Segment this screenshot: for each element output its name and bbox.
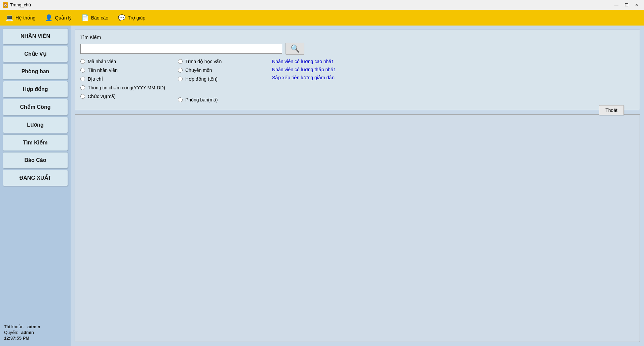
maximize-button[interactable]: ❐	[622, 1, 631, 9]
search-icon: 🔍	[291, 44, 300, 53]
sidebar-btn-nhan-vien[interactable]: NHÂN VIÊN	[3, 28, 68, 44]
radio-chuc-vu-ma[interactable]: Chức vụ(mã)	[80, 94, 178, 99]
tro-giup-icon: 💬	[118, 14, 126, 22]
menu-label-quan-ly: Quản lý	[55, 15, 71, 20]
spacer	[178, 85, 272, 94]
sidebar-btn-cham-cong[interactable]: Chấm Công	[3, 99, 68, 115]
close-button[interactable]: ✕	[632, 1, 641, 9]
search-button[interactable]: 🔍	[286, 43, 304, 55]
menu-item-bao-cao[interactable]: 📄 Báo cáo	[77, 12, 112, 24]
radio-trinh-do-hoc-van[interactable]: Trình độ học vấn	[178, 59, 272, 64]
minimize-button[interactable]: —	[612, 1, 621, 9]
bao-cao-icon: 📄	[81, 14, 89, 22]
link-luong-cao-nhat[interactable]: Nhân viên có lương cao nhất	[272, 59, 333, 64]
radio-dia-chi[interactable]: Địa chỉ	[80, 76, 178, 82]
he-thong-icon: 💻	[5, 14, 13, 22]
menu-bar: 💻 Hệ thống 👤 Quản lý 📄 Báo cáo 💬 Trợ giú…	[0, 10, 644, 26]
radio-col-2: Trình độ học vấn Chuyên môn Hợp đồng (tê…	[178, 59, 272, 102]
radio-ten-nhan-vien[interactable]: Tên nhân viên	[80, 68, 178, 73]
search-row: 🔍	[80, 43, 634, 55]
sidebar-btn-dang-xuat[interactable]: ĐĂNG XUẤT	[3, 170, 68, 186]
menu-item-quan-ly[interactable]: 👤 Quản lý	[41, 12, 75, 24]
time-value: 12:37:55 PM	[4, 336, 29, 341]
menu-item-tro-giup[interactable]: 💬 Trợ giúp	[114, 12, 149, 24]
sidebar-btn-phong-ban[interactable]: Phòng ban	[3, 63, 68, 80]
quyen-label: Quyền:	[4, 330, 18, 335]
sidebar-btn-hop-dong[interactable]: Hợp đồng	[3, 81, 68, 97]
sidebar-btn-bao-cao[interactable]: Báo Cáo	[3, 152, 68, 168]
quyen-value: admin	[21, 330, 34, 335]
sidebar-btn-chuc-vu[interactable]: Chức Vụ	[3, 46, 68, 62]
menu-label-tro-giup: Trợ giúp	[128, 15, 145, 20]
search-panel: Tìm Kiếm 🔍 Mã nhân viên Tên nhân viên	[75, 30, 640, 110]
search-input[interactable]	[80, 44, 282, 54]
sidebar-footer: Tài khoản: admin Quyền: admin 12:37:55 P…	[3, 322, 68, 343]
radio-phong-ban-ma[interactable]: Phòng ban(mã)	[178, 97, 272, 102]
menu-label-bao-cao: Báo cáo	[91, 15, 108, 20]
title-bar: 🏠 Trang_chủ — ❐ ✕	[0, 0, 644, 10]
radio-chuyen-mon[interactable]: Chuyên môn	[178, 68, 272, 73]
title-bar-left: 🏠 Trang_chủ	[3, 2, 31, 8]
radio-hop-dong-ten[interactable]: Hợp đồng (tên)	[178, 76, 272, 82]
search-panel-title: Tìm Kiếm	[80, 35, 634, 40]
thoat-button[interactable]: Thoát	[599, 105, 624, 115]
tai-khoan-value: admin	[27, 324, 40, 329]
link-luong-thap-nhat[interactable]: Nhân viên có lương thấp nhất	[272, 67, 335, 72]
content-area: Tìm Kiếm 🔍 Mã nhân viên Tên nhân viên	[71, 26, 644, 346]
options-area: Mã nhân viên Tên nhân viên Địa chỉ Thông…	[80, 59, 634, 102]
menu-item-he-thong[interactable]: 💻 Hệ thống	[1, 12, 39, 24]
data-grid	[75, 114, 640, 342]
sidebar-btn-luong[interactable]: Lương	[3, 117, 68, 133]
app-icon: 🏠	[3, 2, 8, 8]
radio-ma-nhan-vien[interactable]: Mã nhân viên	[80, 59, 178, 64]
menu-label-he-thong: Hệ thống	[15, 15, 35, 20]
main-layout: NHÂN VIÊN Chức Vụ Phòng ban Hợp đồng Chấ…	[0, 26, 644, 346]
window-controls: — ❐ ✕	[612, 1, 641, 9]
sidebar: NHÂN VIÊN Chức Vụ Phòng ban Hợp đồng Chấ…	[0, 26, 71, 346]
tai-khoan-label: Tài khoản:	[4, 324, 25, 329]
radio-thong-tin-cham-cong[interactable]: Thông tin chấm công(YYYY-MM-DD)	[80, 85, 178, 90]
quick-links-col: Nhân viên có lương cao nhất Nhân viên có…	[272, 59, 634, 102]
link-sap-xep-luong[interactable]: Sắp xếp tiền lương giảm dần	[272, 75, 335, 80]
quan-ly-icon: 👤	[45, 14, 53, 22]
radio-col-1: Mã nhân viên Tên nhân viên Địa chỉ Thông…	[80, 59, 178, 102]
sidebar-btn-tim-kiem[interactable]: Tìm Kiếm	[3, 134, 68, 151]
window-title: Trang_chủ	[10, 2, 31, 7]
